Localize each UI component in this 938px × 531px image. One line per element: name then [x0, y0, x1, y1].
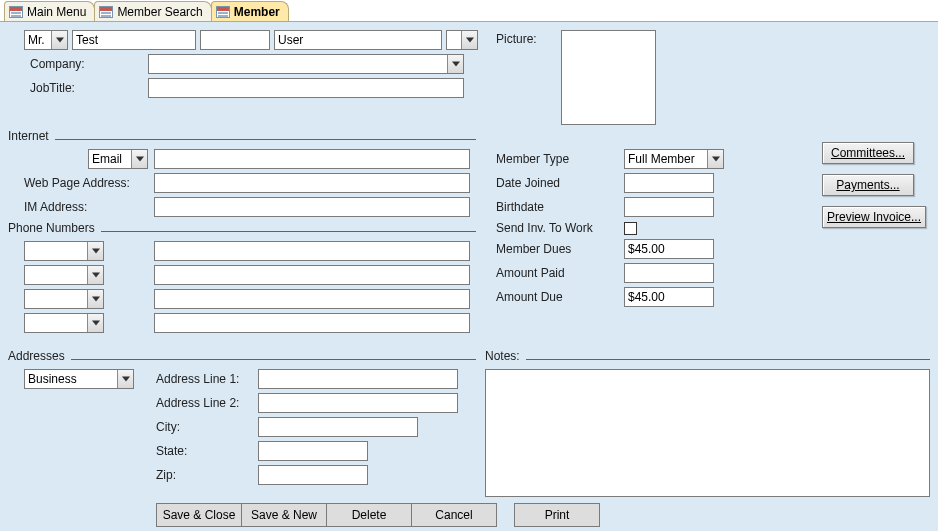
form-icon	[99, 6, 113, 18]
chevron-down-icon[interactable]	[51, 31, 67, 49]
email-input[interactable]	[154, 149, 470, 169]
suffix-combo[interactable]	[446, 30, 478, 50]
phone3-input[interactable]	[154, 289, 470, 309]
first-name-input[interactable]	[72, 30, 196, 50]
member-type-input[interactable]	[625, 150, 707, 168]
title-input[interactable]	[25, 31, 51, 49]
chevron-down-icon[interactable]	[87, 290, 103, 308]
tab-member-search[interactable]: Member Search	[94, 1, 211, 21]
tab-label: Member Search	[117, 5, 202, 19]
company-label: Company:	[24, 57, 148, 71]
addr2-input[interactable]	[258, 393, 458, 413]
member-form: Company: JobTitle: Picture: Internet	[0, 22, 938, 531]
notes-label: Notes:	[485, 349, 526, 363]
phones-section-label: Phone Numbers	[8, 221, 101, 235]
email-type-input[interactable]	[89, 150, 131, 168]
phone1-input[interactable]	[154, 241, 470, 261]
date-joined-input[interactable]	[624, 173, 714, 193]
addr1-input[interactable]	[258, 369, 458, 389]
chevron-down-icon[interactable]	[117, 370, 133, 388]
picture-box[interactable]	[561, 30, 656, 125]
amount-due-label: Amount Due	[496, 290, 624, 304]
amount-due-input[interactable]	[624, 287, 714, 307]
internet-section-label: Internet	[8, 129, 55, 143]
amount-paid-label: Amount Paid	[496, 266, 624, 280]
tab-label: Main Menu	[27, 5, 86, 19]
date-joined-label: Date Joined	[496, 176, 624, 190]
phone2-input[interactable]	[154, 265, 470, 285]
chevron-down-icon[interactable]	[131, 150, 147, 168]
save-close-button[interactable]: Save & Close	[156, 503, 242, 527]
tab-main-menu[interactable]: Main Menu	[4, 1, 95, 21]
payments-button[interactable]: Payments...	[822, 174, 914, 196]
section-divider	[71, 359, 476, 360]
company-input[interactable]	[149, 55, 447, 73]
chevron-down-icon[interactable]	[461, 31, 477, 49]
address-type-combo[interactable]	[24, 369, 134, 389]
webpage-input[interactable]	[154, 173, 470, 193]
member-type-combo[interactable]	[624, 149, 724, 169]
member-dues-input[interactable]	[624, 239, 714, 259]
jobtitle-input[interactable]	[148, 78, 464, 98]
phone4-input[interactable]	[154, 313, 470, 333]
webpage-label: Web Page Address:	[24, 176, 154, 190]
notes-textarea[interactable]	[485, 369, 930, 497]
form-icon	[9, 6, 23, 18]
birthdate-label: Birthdate	[496, 200, 624, 214]
amount-paid-input[interactable]	[624, 263, 714, 283]
tab-member[interactable]: Member	[211, 1, 289, 21]
state-input[interactable]	[258, 441, 368, 461]
section-divider	[101, 231, 476, 232]
addr2-label: Address Line 2:	[156, 396, 252, 410]
phone2-type-combo[interactable]	[24, 265, 104, 285]
jobtitle-label: JobTitle:	[24, 81, 148, 95]
sendinv-checkbox[interactable]	[624, 222, 637, 235]
section-divider	[526, 359, 930, 360]
tab-label: Member	[234, 5, 280, 19]
birthdate-input[interactable]	[624, 197, 714, 217]
member-type-label: Member Type	[496, 152, 624, 166]
phone3-type-combo[interactable]	[24, 289, 104, 309]
picture-label: Picture:	[496, 30, 537, 125]
side-buttons: Committees... Payments... Preview Invoic…	[822, 142, 926, 228]
city-label: City:	[156, 420, 252, 434]
zip-label: Zip:	[156, 468, 252, 482]
company-combo[interactable]	[148, 54, 464, 74]
form-action-bar: Save & Close Save & New Delete Cancel Pr…	[156, 503, 930, 527]
phone1-type-combo[interactable]	[24, 241, 104, 261]
chevron-down-icon[interactable]	[707, 150, 723, 168]
addr1-label: Address Line 1:	[156, 372, 252, 386]
committees-button[interactable]: Committees...	[822, 142, 914, 164]
chevron-down-icon[interactable]	[447, 55, 463, 73]
im-input[interactable]	[154, 197, 470, 217]
addresses-section-label: Addresses	[8, 349, 71, 363]
cancel-button[interactable]: Cancel	[411, 503, 497, 527]
suffix-input[interactable]	[447, 31, 461, 49]
member-dues-label: Member Dues	[496, 242, 624, 256]
delete-button[interactable]: Delete	[326, 503, 412, 527]
print-button[interactable]: Print	[514, 503, 600, 527]
chevron-down-icon[interactable]	[87, 242, 103, 260]
last-name-input[interactable]	[274, 30, 442, 50]
preview-invoice-button[interactable]: Preview Invoice...	[822, 206, 926, 228]
email-type-combo[interactable]	[88, 149, 148, 169]
sendinv-label: Send Inv. To Work	[496, 221, 624, 235]
chevron-down-icon[interactable]	[87, 314, 103, 332]
im-label: IM Address:	[24, 200, 154, 214]
section-divider	[55, 139, 476, 140]
save-new-button[interactable]: Save & New	[241, 503, 327, 527]
title-combo[interactable]	[24, 30, 68, 50]
zip-input[interactable]	[258, 465, 368, 485]
phone4-type-combo[interactable]	[24, 313, 104, 333]
state-label: State:	[156, 444, 252, 458]
chevron-down-icon[interactable]	[87, 266, 103, 284]
middle-name-input[interactable]	[200, 30, 270, 50]
form-icon	[216, 6, 230, 18]
address-type-input[interactable]	[25, 370, 117, 388]
tab-bar: Main Menu Member Search Member	[0, 0, 938, 22]
city-input[interactable]	[258, 417, 418, 437]
